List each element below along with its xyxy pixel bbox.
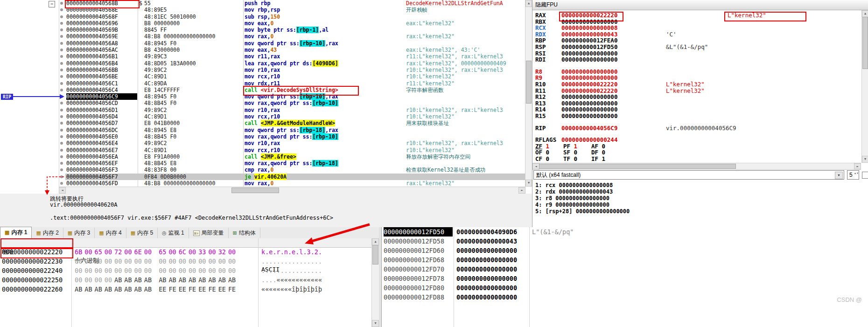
register-row[interactable]: RAX0000000000022220L"kernel32" [532, 12, 861, 19]
register-value[interactable]: 0000000000000000 [561, 75, 617, 81]
register-row[interactable]: RSP000000000012FD50&L"(&1-&/pq" [532, 44, 861, 50]
spinner-arrows-icon[interactable]: ▲▼ [854, 171, 858, 175]
flag-pf[interactable]: PF 1 [563, 143, 591, 150]
breakpoint-dot[interactable] [60, 162, 63, 165]
disasm-row[interactable]: 00000000004056BE4C:89D1mov rcx,r10r10:L"… [0, 73, 525, 80]
register-row[interactable]: RDI0000000000000000 [532, 56, 861, 63]
breakpoint-dot[interactable] [60, 82, 63, 85]
register-value[interactable]: 0000000000000244 [561, 137, 617, 143]
register-row[interactable]: RIP00000000004056C9vir.00000000004056C9 [532, 125, 861, 132]
disasm-row[interactable]: 00000000004056B149:89C3mov r11,raxr11:L"… [0, 53, 525, 60]
tab-memory-1[interactable]: ▦内存 1 [0, 227, 32, 238]
dump-row[interactable]: 0000000000022260ABABABABABABABABEEFEEEFE… [0, 285, 372, 294]
scroll-up-icon[interactable]: ▲ [525, 0, 532, 7]
scroll-up-icon[interactable]: ▲ [372, 238, 379, 245]
registers-vertical-scrollbar[interactable]: ▲ ▼ [861, 10, 868, 163]
breakpoint-dot[interactable] [60, 102, 63, 104]
register-row[interactable]: RSI0000000000000000 [532, 50, 861, 57]
flag-cf[interactable]: CF 0 [535, 156, 563, 162]
register-row[interactable]: R120000000000000000 [532, 94, 861, 100]
register-row[interactable]: R140000000000000000 [532, 106, 861, 113]
breakpoint-dot[interactable] [60, 135, 63, 138]
registers-title-bar[interactable]: 隐藏FPU [532, 0, 868, 10]
breakpoint-dot[interactable] [60, 42, 63, 45]
disasm-row[interactable]: 00000000004056F70F84 0D0B0000je vir.4062… [0, 174, 525, 180]
stack-row[interactable]: 000000000012FD580000000000000043 [382, 237, 868, 246]
register-value[interactable]: 000000000012FEA0 [561, 37, 617, 44]
register-value[interactable]: 000000000012FD50 [561, 44, 617, 50]
disasm-row[interactable]: 00000000004056D7E8 041B0000call <JMP.&Ge… [0, 120, 525, 126]
argument-row[interactable]: 3: r8 0000000000000000 [532, 195, 868, 202]
register-row[interactable]: R130000000000000000 [532, 100, 861, 107]
stack-row[interactable]: 000000000012FD880000000000000000 [382, 292, 868, 302]
disasm-row[interactable]: 000000000040568E48:89E5mov rbp,rsp开辟栈帧 [0, 7, 525, 13]
scrollbar-thumb[interactable] [372, 245, 378, 264]
breakpoint-dot[interactable] [60, 175, 63, 178]
dump-row[interactable]: 00000000000222206B00650072006E0065006C00… [0, 247, 372, 257]
tab-memory-4[interactable]: ▦内存 4 [95, 228, 126, 238]
stack-row[interactable]: 000000000012FD700000000000000000 [382, 264, 868, 274]
disasm-row[interactable]: 00000000004056FD48:B8 0000000000000000mo… [0, 180, 525, 187]
register-value[interactable]: 0000000000000000 [561, 113, 617, 119]
register-value[interactable]: 0000000000000000 [561, 106, 617, 113]
register-row[interactable]: R90000000000000000 [532, 75, 861, 81]
disasm-row[interactable]: 00000000004056EAE8 F91A0000call <JMP.&fr… [0, 153, 525, 160]
flag-sf[interactable]: SF 0 [563, 149, 591, 156]
disasm-row[interactable]: 000000000040568F48:81EC 50010000sub rsp,… [0, 14, 525, 20]
disasm-row[interactable]: 00000000004056C948:8945 F0mov qword ptr … [0, 93, 525, 100]
breakpoint-dot[interactable] [60, 115, 63, 118]
scroll-left-icon[interactable]: ◄ [59, 187, 66, 194]
scroll-down-icon[interactable]: ▼ [372, 320, 379, 327]
register-value[interactable]: 0000000000022220 [561, 88, 617, 94]
tab-watch-1[interactable]: ◎监视 1 [158, 228, 189, 238]
dump-row[interactable]: 0000000000022240000000000000000000000000… [0, 266, 372, 275]
disasm-row[interactable]: 00000000004056D149:89C2mov r10,raxr10:L"… [0, 107, 525, 113]
register-row[interactable]: R100000000000022220L"kernel32" [532, 81, 861, 88]
scroll-up-icon[interactable]: ▲ [862, 10, 868, 17]
flag-of[interactable]: OF 0 [535, 149, 563, 156]
register-value[interactable]: 0000000000000008 [561, 25, 617, 31]
disasm-horizontal-scrollbar[interactable]: ◄ ► [59, 187, 525, 194]
register-value[interactable]: 0000000000000000 [561, 19, 617, 25]
disasm-row[interactable]: 00000000004056EF48:8B45 E8mov rax,qword … [0, 160, 525, 167]
breakpoint-dot[interactable] [60, 155, 63, 158]
breakpoint-dot[interactable] [60, 49, 63, 51]
register-value[interactable]: 0000000000000000 [561, 100, 617, 107]
flag-zf[interactable]: ZF 1 [535, 143, 563, 150]
flag-af[interactable]: AF 0 [591, 143, 619, 150]
scroll-down-icon[interactable]: ▼ [525, 180, 532, 187]
scroll-right-icon[interactable]: ► [518, 187, 525, 194]
disasm-row[interactable]: 00000000004056E449:89C2mov r10,raxr10:L"… [0, 140, 525, 146]
register-value[interactable]: 0000000000000000 [561, 94, 617, 100]
stack-row[interactable]: 000000000012FD600000000000000000 [382, 246, 868, 255]
tab-memory-5[interactable]: ▦内存 5 [126, 228, 158, 238]
stack-row[interactable]: 000000000012FD780000000000000000 [382, 274, 868, 283]
flag-if[interactable]: IF 1 [591, 156, 619, 162]
tab-memory-3[interactable]: ▦内存 3 [63, 228, 95, 238]
tab-memory-2[interactable]: ▦内存 2 [32, 228, 63, 238]
disasm-row[interactable]: 00000000004056DC48:8945 E8mov qword ptr … [0, 127, 525, 133]
breakpoint-dot[interactable] [60, 182, 63, 185]
fold-toggle[interactable]: − [49, 1, 55, 7]
breakpoint-dot[interactable] [60, 89, 63, 91]
dump-row[interactable]: 000000000002225000000000ABABABABABABABAB… [0, 275, 372, 285]
register-value[interactable]: 0000000000022220 [561, 12, 617, 19]
breakpoint-dot[interactable] [60, 28, 63, 31]
scroll-left-icon[interactable]: ◄ [532, 163, 539, 169]
stack-row[interactable]: 000000000012FD680000000000000000 [382, 255, 868, 264]
register-value[interactable]: 0000000000022220 [561, 81, 617, 88]
breakpoint-dot[interactable] [60, 15, 63, 18]
disasm-row[interactable]: 000000000040569E48:B8 0000000000000000mo… [0, 33, 525, 40]
calling-convention-select[interactable]: 默认 (x64 fastcall) ▼ [533, 170, 844, 180]
breakpoint-dot[interactable] [60, 129, 63, 132]
disasm-row[interactable]: 00000000004056A848:8945 F0mov qword ptr … [0, 40, 525, 47]
disasm-row[interactable]: 00000000004056E048:8B45 F0mov rax,qword … [0, 133, 525, 140]
scrollbar-thumb[interactable] [231, 188, 279, 193]
register-value[interactable]: 0000000000000000 [561, 69, 617, 75]
dump-vertical-scrollbar[interactable]: ▲ ▼ [371, 238, 379, 327]
scrollbar-thumb[interactable] [526, 61, 532, 104]
breakpoint-dot[interactable] [60, 168, 63, 171]
args-lock-checkbox[interactable] [862, 172, 868, 179]
argument-row[interactable]: 2: rdx 0000000000000043 [532, 188, 868, 195]
register-value[interactable]: 0000000000000043 [561, 31, 617, 38]
